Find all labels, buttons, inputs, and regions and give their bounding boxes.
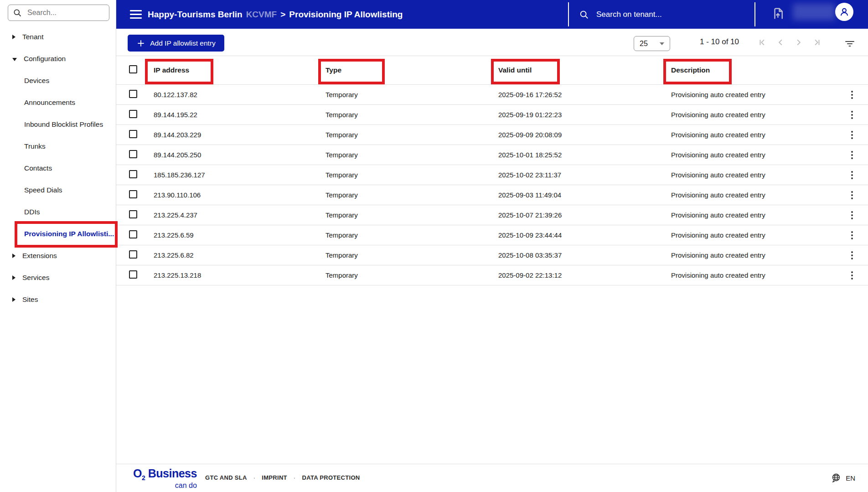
table-row: 185.185.236.127 Temporary 2025-10-02 23:… [116,165,868,185]
filter-icon[interactable] [844,39,855,52]
row-checkbox[interactable] [129,270,137,279]
cell-valid-until: 2025-10-07 21:39:26 [498,211,671,219]
sidebar-item[interactable]: Sites [0,289,116,311]
header-divider [568,2,569,26]
footer-link[interactable]: IMPRINT [262,474,287,481]
kebab-menu-icon[interactable] [849,109,855,121]
header-divider [754,2,755,26]
kebab-menu-icon[interactable] [849,229,855,241]
sidebar-item-label: Provisioning IP Allowlisti... [24,230,114,238]
kebab-menu-icon[interactable] [849,209,855,221]
cell-valid-until: 2025-10-01 18:25:52 [498,151,671,159]
pagination-controls [758,38,821,47]
cell-description: Provisioning auto created entry [671,171,836,179]
row-checkbox[interactable] [129,130,137,138]
sidebar-item-label: Services [22,274,49,282]
tenant-name: Happy-Tourisms Berlin [148,10,243,20]
cell-ip-address: 89.144.205.250 [154,151,326,159]
cell-valid-until: 2025-10-08 03:35:37 [498,251,671,259]
kebab-menu-icon[interactable] [849,149,855,161]
tenant-search-placeholder: Search on tenant... [596,10,662,19]
add-ip-allowlist-entry-button[interactable]: Add IP allowlist entry [128,35,224,52]
cell-valid-until: 2025-09-19 01:22:23 [498,111,671,119]
previous-page-button[interactable] [776,38,785,47]
sidebar-item[interactable]: DDIs [0,201,116,223]
row-checkbox[interactable] [129,150,137,158]
column-header-description[interactable]: Description [671,66,836,74]
sidebar-item[interactable]: Announcements [0,92,116,114]
cell-description: Provisioning auto created entry [671,111,836,119]
cell-type: Temporary [326,91,498,98]
chevron-down-icon [12,58,17,61]
sidebar-item[interactable]: Provisioning IP Allowlisti... [0,223,116,245]
row-checkbox[interactable] [129,250,137,259]
language-globe-icon [831,472,842,483]
cell-type: Temporary [326,171,498,179]
kebab-menu-icon[interactable] [849,89,855,101]
chevron-right-icon [12,275,16,280]
select-all-checkbox[interactable] [129,65,137,73]
breadcrumb: Happy-Tourisms Berlin KCVMF > Provisioni… [148,10,403,20]
cell-valid-until: 2025-10-09 23:44:44 [498,231,671,239]
kebab-menu-icon[interactable] [849,129,855,141]
footer-link-separator: · [253,474,256,481]
sidebar-item-label: Inbound Blocklist Profiles [24,120,103,129]
sidebar-item[interactable]: Services [0,267,116,289]
cell-type: Temporary [326,271,498,279]
cell-description: Provisioning auto created entry [671,211,836,219]
cell-ip-address: 213.90.110.106 [154,191,326,199]
kebab-menu-icon[interactable] [849,189,855,201]
footer-link[interactable]: GTC AND SLA [205,474,247,481]
row-checkbox[interactable] [129,190,137,198]
row-checkbox[interactable] [129,210,137,218]
last-page-button[interactable] [813,38,821,47]
row-checkbox[interactable] [129,90,137,98]
cell-valid-until: 2025-09-09 20:08:09 [498,131,671,139]
footer-links: GTC AND SLA · IMPRINT · DATA PROTECTION [205,474,360,481]
tenant-search[interactable]: Search on tenant... [579,0,662,29]
cell-description: Provisioning auto created entry [671,251,836,259]
language-code: EN [846,474,855,482]
toolbar: Add IP allowlist entry 25 1 - 10 of 10 [116,29,868,56]
redacted-user-label [793,4,835,20]
column-header-type[interactable]: Type [326,66,498,74]
column-header-valid-until[interactable]: Valid until [498,66,671,74]
sidebar-search-input[interactable] [27,9,104,17]
breadcrumb-separator: > [280,10,285,20]
cell-ip-address: 213.225.4.237 [154,211,326,219]
kebab-menu-icon[interactable] [849,249,855,261]
sidebar-item[interactable]: Speed Dials [0,179,116,201]
sidebar-item[interactable]: Configuration [0,48,116,70]
pagination-range-label: 1 - 10 of 10 [700,37,739,47]
row-checkbox[interactable] [129,170,137,178]
cell-ip-address: 213.225.6.59 [154,231,326,239]
sidebar-item[interactable]: Inbound Blocklist Profiles [0,114,116,135]
sidebar-item[interactable]: Contacts [0,157,116,179]
row-checkbox[interactable] [129,110,137,118]
sidebar-item-label: Sites [22,295,38,304]
hamburger-menu-icon[interactable] [130,10,142,19]
sidebar-item[interactable]: Trunks [0,135,116,157]
sidebar-item[interactable]: Tenant [0,26,116,48]
kebab-menu-icon[interactable] [849,169,855,181]
first-page-button[interactable] [758,38,766,47]
row-checkbox[interactable] [129,230,137,238]
column-header-ip-address[interactable]: IP address [154,66,326,74]
sidebar-item[interactable]: Extensions [0,245,116,267]
import-upload-icon[interactable] [771,7,785,21]
plus-icon [136,39,145,48]
table-header-row: IP address Type Valid until Description [116,56,868,85]
sidebar-item[interactable]: Devices [0,70,116,92]
user-avatar[interactable] [835,3,853,21]
chevron-right-icon [12,254,16,258]
o2-business-logo: O2 Business can do [133,468,197,489]
cell-type: Temporary [326,111,498,119]
kebab-menu-icon[interactable] [849,269,855,281]
language-selector[interactable]: EN [831,472,855,483]
next-page-button[interactable] [795,38,803,47]
sidebar-search-box[interactable] [8,5,109,21]
page-size-select[interactable]: 25 [634,36,670,51]
cell-type: Temporary [326,191,498,199]
page-size-value: 25 [640,40,648,48]
footer-link[interactable]: DATA PROTECTION [302,474,360,481]
